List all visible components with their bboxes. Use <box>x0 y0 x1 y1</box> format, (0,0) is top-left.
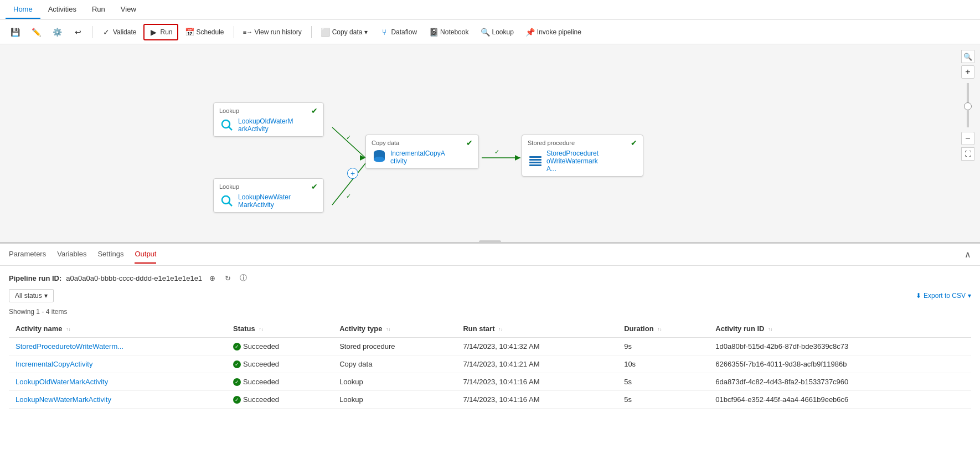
zoom-slider-thumb[interactable] <box>964 102 972 110</box>
tab-settings[interactable]: Settings <box>97 245 123 264</box>
status-dot: ✓ <box>233 360 241 368</box>
tab-home[interactable]: Home <box>6 1 40 19</box>
lookup2-icon <box>219 193 235 209</box>
svg-text:✓: ✓ <box>346 193 351 199</box>
activity-name-link[interactable]: LookupOldWaterMarkActivity <box>16 378 108 386</box>
save-button[interactable]: 💾 <box>6 24 24 40</box>
node-storedproc-type: Stored procedure <box>528 140 575 146</box>
tab-run[interactable]: Run <box>84 1 113 19</box>
duration-cell: 9s <box>617 338 709 355</box>
activity-name-link[interactable]: LookupNewWaterMarkActivity <box>16 395 111 404</box>
tab-activities[interactable]: Activities <box>40 1 84 19</box>
tab-parameters[interactable]: Parameters <box>9 245 46 264</box>
node-lookup1-content: LookupOldWaterMarkActivity <box>219 117 318 133</box>
fullscreen-button[interactable]: ⛶ <box>961 147 974 161</box>
collapse-handle[interactable] <box>479 240 501 244</box>
pipeline-canvas-area: ✓ ✓ ✓ Lookup ✔ LookupOldWaterMarkActivit… <box>0 44 980 244</box>
col-activity-name[interactable]: Activity name ↑↓ <box>9 320 226 338</box>
col-status[interactable]: Status ↑↓ <box>226 320 333 338</box>
export-icon: ⬇ <box>916 292 921 300</box>
status-badge: ✓Succeeded <box>233 360 326 368</box>
export-csv-button[interactable]: ⬇ Export to CSV ▾ <box>916 292 971 300</box>
col-activity-run-id[interactable]: Activity run ID ↑↓ <box>709 320 971 338</box>
nav-tabs: Home Activities Run View <box>0 0 980 20</box>
col-run-start[interactable]: Run start ↑↓ <box>456 320 617 338</box>
svg-text:✓: ✓ <box>494 148 499 155</box>
activity-name-link[interactable]: StoredProceduretoWriteWaterm... <box>16 342 123 351</box>
svg-point-10 <box>222 196 230 204</box>
connector-svg: ✓ ✓ ✓ <box>0 44 980 242</box>
settings-button[interactable]: ⚙️ <box>48 24 66 40</box>
lookup-button[interactable]: 🔍 Lookup <box>476 24 518 40</box>
view-run-history-button[interactable]: ≡→ View run history <box>239 24 307 40</box>
tab-variables[interactable]: Variables <box>57 245 86 264</box>
undo-button[interactable]: ↩ <box>69 24 87 40</box>
edit-button[interactable]: ✏️ <box>27 24 45 40</box>
activity-type-cell: Lookup <box>333 373 456 391</box>
svg-rect-17 <box>529 162 541 163</box>
dataflow-label: Dataflow <box>391 28 417 36</box>
save-icon: 💾 <box>11 28 19 37</box>
svg-line-11 <box>229 203 232 206</box>
node-lookup2-status: ✔ <box>311 182 318 191</box>
info-button[interactable]: ⓘ <box>238 272 249 284</box>
status-filter-label: All status <box>15 292 42 300</box>
node-copydata-header: Copy data ✔ <box>372 138 473 147</box>
copydata-icon <box>372 150 387 165</box>
activity-type-cell: Copy data <box>333 355 456 373</box>
node-lookup2[interactable]: Lookup ✔ LookupNewWaterMarkActivity <box>213 178 324 213</box>
activity-name-link[interactable]: IncrementalCopyActivity <box>16 360 92 368</box>
zoom-in-button[interactable]: + <box>961 65 974 79</box>
validate-button[interactable]: ✓ Validate <box>97 24 141 40</box>
svg-rect-15 <box>529 156 541 158</box>
activity-type-cell: Stored procedure <box>333 338 456 355</box>
schedule-button[interactable]: 📅 Schedule <box>180 24 229 40</box>
invoke-pipeline-icon: 📌 <box>526 28 535 37</box>
svg-text:✓: ✓ <box>346 134 351 141</box>
notebook-button[interactable]: 📓 Notebook <box>424 24 473 40</box>
canvas-search-button[interactable]: 🔍 <box>961 50 974 63</box>
run-id-cell: 1d0a80bf-515d-42b6-87df-bde3639c8c73 <box>709 338 971 355</box>
tab-view[interactable]: View <box>113 1 144 19</box>
node-storedproc-header: Stored procedure ✔ <box>528 138 637 147</box>
node-lookup1-type: Lookup <box>219 107 239 114</box>
col-duration[interactable]: Duration ↑↓ <box>617 320 709 338</box>
run-button[interactable]: ▶ Run <box>143 24 178 40</box>
copy-data-dropdown-icon: ▾ <box>364 28 368 36</box>
output-table: Activity name ↑↓ Status ↑↓ Activity type… <box>9 320 971 409</box>
add-connector-btn[interactable]: + <box>347 168 358 179</box>
tab-output[interactable]: Output <box>135 245 156 264</box>
dataflow-icon: ⑂ <box>380 28 389 37</box>
duration-cell: 10s <box>617 355 709 373</box>
undo-icon: ↩ <box>74 28 82 37</box>
table-header-row: Activity name ↑↓ Status ↑↓ Activity type… <box>9 320 971 338</box>
duration-cell: 5s <box>617 391 709 409</box>
col-activity-type[interactable]: Activity type ↑↓ <box>333 320 456 338</box>
run-label: Run <box>160 28 172 36</box>
node-copydata-type: Copy data <box>372 140 399 146</box>
panel-collapse-button[interactable]: ∧ <box>964 249 971 260</box>
svg-marker-3 <box>360 155 365 161</box>
zoom-out-button[interactable]: − <box>961 132 974 145</box>
node-copydata-label: IncrementalCopyActivity <box>390 150 446 165</box>
table-body: StoredProceduretoWriteWaterm...✓Succeede… <box>9 338 971 409</box>
status-filter-dropdown[interactable]: All status ▾ <box>9 289 54 302</box>
copy-run-id-button[interactable]: ⊕ <box>207 272 218 284</box>
invoke-pipeline-button[interactable]: 📌 Invoke pipeline <box>521 24 586 40</box>
panel-tabs: Parameters Variables Settings Output ∧ <box>0 244 980 266</box>
separator-1 <box>92 26 92 38</box>
items-count: Showing 1 - 4 items <box>9 308 971 316</box>
node-storedproc[interactable]: Stored procedure ✔ StoredProceduretoWrit… <box>522 135 643 177</box>
run-id-row: Pipeline run ID: a0a0a0a0-bbbb-cccc-dddd… <box>9 272 971 284</box>
node-storedproc-status: ✔ <box>631 138 637 147</box>
zoom-slider[interactable] <box>967 83 969 127</box>
status-dot: ✓ <box>233 343 241 351</box>
refresh-button[interactable]: ↻ <box>222 272 233 284</box>
node-copydata[interactable]: Copy data ✔ IncrementalCopyActivity <box>365 135 479 169</box>
dataflow-button[interactable]: ⑂ Dataflow <box>375 24 422 40</box>
status-label: Succeeded <box>243 378 279 386</box>
node-copydata-status: ✔ <box>466 138 473 147</box>
copy-data-button[interactable]: ⬜ Copy data ▾ <box>316 24 373 40</box>
node-lookup1[interactable]: Lookup ✔ LookupOldWaterMarkActivity <box>213 102 324 137</box>
node-lookup2-type: Lookup <box>219 183 239 190</box>
